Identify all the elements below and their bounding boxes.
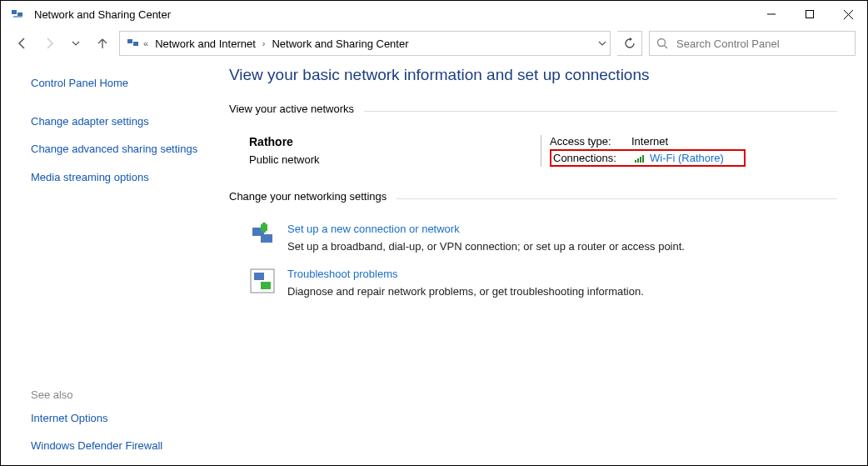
setup-connection-icon: [249, 223, 276, 249]
setup-connection-link[interactable]: Set up a new connection or network: [287, 223, 460, 235]
breadcrumb-prev-icon[interactable]: «: [140, 38, 152, 48]
refresh-button[interactable]: [617, 31, 642, 56]
recent-dropdown[interactable]: [66, 33, 86, 53]
chevron-right-icon: ›: [259, 38, 269, 48]
svg-rect-13: [640, 157, 641, 163]
forward-button[interactable]: [39, 33, 59, 53]
active-networks-label: View your active networks: [229, 103, 354, 115]
setup-connection-item: Set up a new connection or network Set u…: [249, 223, 837, 253]
search-placeholder: Search Control Panel: [676, 38, 780, 50]
address-dropdown-icon[interactable]: [598, 39, 606, 48]
address-bar[interactable]: « Network and Internet › Network and Sha…: [119, 31, 611, 56]
svg-rect-21: [261, 282, 271, 289]
see-also-link[interactable]: Internet Options: [31, 411, 201, 426]
svg-point-9: [658, 39, 666, 47]
troubleshoot-item: Troubleshoot problems Diagnose and repai…: [249, 268, 837, 298]
page-heading: View your basic network information and …: [229, 66, 837, 84]
active-network-block: Rathore Public network Access type: Inte…: [249, 135, 837, 167]
divider: [364, 111, 837, 112]
network-name: Rathore: [249, 135, 541, 148]
svg-rect-20: [254, 273, 264, 280]
access-type-label: Access type:: [550, 135, 631, 148]
breadcrumb-level2[interactable]: Network and Sharing Center: [268, 38, 412, 50]
svg-rect-0: [12, 10, 17, 14]
troubleshoot-icon: [249, 268, 276, 294]
troubleshoot-link[interactable]: Troubleshoot problems: [287, 268, 397, 280]
window-title: Network and Sharing Center: [34, 8, 752, 21]
search-input[interactable]: Search Control Panel: [649, 31, 856, 56]
wifi-signal-icon: [635, 153, 646, 163]
svg-rect-8: [133, 42, 138, 46]
sidebar-link[interactable]: Change advanced sharing settings: [31, 142, 201, 157]
search-icon: [656, 38, 668, 49]
main-panel: View your basic network information and …: [217, 61, 867, 465]
sidebar-link[interactable]: Change adapter settings: [31, 114, 201, 129]
troubleshoot-desc: Diagnose and repair network problems, or…: [287, 285, 644, 298]
see-also-link[interactable]: Windows Defender Firewall: [31, 438, 201, 453]
svg-rect-7: [127, 39, 132, 43]
sidebar-link[interactable]: Media streaming options: [31, 170, 201, 185]
back-button[interactable]: [12, 33, 32, 53]
see-also-label: See also: [31, 388, 201, 401]
network-type: Public network: [249, 153, 541, 166]
svg-rect-12: [637, 158, 639, 163]
svg-rect-11: [635, 160, 636, 163]
toolbar: « Network and Internet › Network and Sha…: [1, 28, 867, 61]
minimize-button[interactable]: [752, 1, 791, 28]
connection-link[interactable]: Wi-Fi (Rathore): [650, 152, 724, 164]
breadcrumb-level1[interactable]: Network and Internet: [152, 38, 259, 50]
network-sharing-icon: [11, 8, 24, 21]
close-button[interactable]: [829, 1, 867, 28]
divider: [397, 198, 837, 199]
connections-label: Connections:: [553, 152, 633, 164]
svg-rect-18: [262, 223, 266, 233]
svg-rect-16: [261, 234, 272, 243]
address-icon: [127, 37, 140, 50]
setup-connection-desc: Set up a broadband, dial-up, or VPN conn…: [287, 240, 685, 253]
svg-rect-14: [642, 155, 644, 163]
titlebar: Network and Sharing Center: [1, 1, 867, 28]
control-panel-home-link[interactable]: Control Panel Home: [31, 76, 201, 91]
svg-rect-2: [13, 16, 22, 18]
sidebar: Control Panel Home Change adapter settin…: [1, 61, 217, 465]
svg-line-10: [665, 46, 668, 49]
change-settings-label: Change your networking settings: [229, 190, 387, 203]
connections-row-highlight: Connections: Wi-Fi (Rathore): [550, 149, 746, 167]
up-button[interactable]: [92, 33, 112, 53]
access-type-value: Internet: [631, 135, 668, 148]
svg-rect-4: [806, 11, 814, 18]
maximize-button[interactable]: [791, 1, 829, 28]
